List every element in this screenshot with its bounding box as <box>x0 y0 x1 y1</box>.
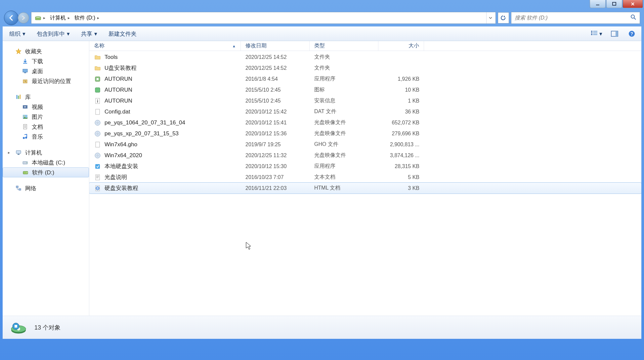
file-row[interactable]: AUTORUN2016/1/8 4:54应用程序1,926 KB <box>89 73 641 84</box>
column-size-label: 大小 <box>408 42 419 49</box>
toolbar-preview-pane[interactable] <box>610 29 620 39</box>
toolbar-include-library[interactable]: 包含到库中 ▾ <box>35 29 72 39</box>
maximize-button[interactable] <box>606 0 622 8</box>
forward-button[interactable] <box>18 12 29 23</box>
chevron-down-icon: ▾ <box>22 30 25 37</box>
file-date: 2020/10/12 15:41 <box>241 120 310 126</box>
drive-c-icon <box>22 159 28 166</box>
status-text: 13 个对象 <box>34 324 61 332</box>
nav-item-music[interactable]: 音乐 <box>3 132 89 142</box>
nav-network: 网络 <box>3 182 89 198</box>
toolbar-help[interactable]: ? <box>627 29 637 39</box>
toolbar-share[interactable]: 共享 ▾ <box>79 29 99 39</box>
file-row[interactable]: AUTORUN2015/5/10 2:45图标10 KB <box>89 84 641 95</box>
nav-libraries-header[interactable]: 库 <box>3 92 89 102</box>
column-type[interactable]: 类型 <box>310 41 378 51</box>
chevron-down-icon: ▾ <box>94 30 97 37</box>
titlebar <box>0 0 644 9</box>
file-name: AUTORUN <box>105 87 132 93</box>
file-row[interactable]: Tools2020/12/25 14:52文件夹 <box>89 52 641 63</box>
expand-arrow-icon[interactable]: ▸ <box>8 150 10 155</box>
nav-item-label: 音乐 <box>32 133 43 141</box>
svg-rect-17 <box>24 72 26 73</box>
column-size[interactable]: 大小 <box>378 41 424 51</box>
file-rows: Tools2020/12/25 14:52文件夹U盘安装教程2020/12/25… <box>89 51 641 194</box>
nav-item-recent[interactable]: 最近访问的位置 <box>3 76 89 86</box>
nav-item-video[interactable]: 视频 <box>3 102 89 112</box>
file-row[interactable]: Win7x64_20202020/12/25 11:32光盘映像文件3,874,… <box>89 150 641 161</box>
nav-item-label: 下载 <box>32 58 43 65</box>
nav-favorites-header[interactable]: 收藏夹 <box>3 46 89 56</box>
svg-rect-27 <box>24 126 26 127</box>
file-type: 文件夹 <box>310 54 378 61</box>
file-date: 2016/10/23 7:07 <box>241 174 310 180</box>
svg-point-30 <box>25 137 27 139</box>
toolbar-share-label: 共享 <box>81 30 92 38</box>
file-name: Win7x64.gho <box>105 141 137 148</box>
file-row[interactable]: 本地硬盘安装2020/10/12 15:30应用程序28,315 KB <box>89 161 641 172</box>
file-row[interactable]: pe_yqs_xp_20_07_31_15_532020/10/12 15:36… <box>89 128 641 139</box>
search-input[interactable] <box>515 15 630 21</box>
file-type: 文件夹 <box>310 65 378 71</box>
nav-item-desktop[interactable]: 桌面 <box>3 66 89 76</box>
nav-item-drive-c[interactable]: 本地磁盘 (C:) <box>3 158 89 167</box>
file-row[interactable]: AUTORUN2015/5/10 2:45安装信息1 KB <box>89 95 641 106</box>
toolbar-organize[interactable]: 组织 ▾ <box>7 29 27 39</box>
column-name[interactable]: 名称 ▲ <box>89 41 241 51</box>
toolbar-view[interactable]: ▾ <box>591 30 602 38</box>
search-icon <box>630 14 636 22</box>
svg-rect-56 <box>96 177 99 177</box>
crumb-computer[interactable]: 计算机 ▸ <box>48 12 72 23</box>
file-name: 光盘说明 <box>105 173 127 181</box>
column-date[interactable]: 修改日期 <box>241 41 310 51</box>
file-row[interactable]: U盘安装教程2020/12/25 14:52文件夹 <box>89 63 641 73</box>
file-icon <box>94 141 101 148</box>
sort-asc-icon: ▲ <box>232 44 236 48</box>
address-dropdown[interactable] <box>486 12 494 23</box>
toolbar-new-folder[interactable]: 新建文件夹 <box>107 29 139 39</box>
back-button[interactable] <box>4 11 19 25</box>
toolbar-newfolder-label: 新建文件夹 <box>108 30 137 38</box>
content-area: 收藏夹 下载桌面最近访问的位置 库 视频图片文档音乐 ▸ 计算机 本地磁盘 (C… <box>3 41 641 316</box>
file-list-pane: 名称 ▲ 修改日期 类型 大小 Tools2020/12/25 14:52文件夹… <box>89 41 641 316</box>
file-date: 2020/10/12 15:30 <box>241 163 310 169</box>
file-date: 2019/9/7 19:25 <box>241 142 310 148</box>
file-row[interactable]: 光盘说明2016/10/23 7:07文本文档5 KB <box>89 172 641 183</box>
minimize-button[interactable] <box>590 0 606 8</box>
svg-point-52 <box>97 155 98 156</box>
file-date: 2020/12/25 11:32 <box>241 153 310 158</box>
crumb-drive-icon[interactable]: ▸ <box>33 12 47 23</box>
address-bar[interactable]: ▸ 计算机 ▸ 软件 (D:) ▸ <box>31 12 496 24</box>
svg-point-47 <box>97 122 98 123</box>
file-row[interactable]: Win7x64.gho2019/9/7 19:25GHO 文件2,900,813… <box>89 139 641 150</box>
file-name: Win7x64_2020 <box>105 152 142 159</box>
svg-point-24 <box>24 116 25 117</box>
file-row[interactable]: 硬盘安装教程2016/11/21 22:03HTML 文档3 KB <box>89 183 641 194</box>
search-box[interactable] <box>511 12 640 24</box>
svg-rect-0 <box>596 5 599 5</box>
refresh-button[interactable] <box>498 12 509 23</box>
html-icon <box>94 185 101 192</box>
svg-rect-41 <box>95 88 100 92</box>
file-size: 2,900,813 ... <box>378 142 424 148</box>
svg-point-4 <box>631 15 634 18</box>
nav-item-picture[interactable]: 图片 <box>3 112 89 122</box>
status-bar: 13 个对象 <box>3 316 641 339</box>
file-date: 2020/10/12 15:36 <box>241 131 310 137</box>
nav-computer-header[interactable]: ▸ 计算机 <box>3 148 89 158</box>
nav-network-header[interactable]: 网络 <box>3 183 89 193</box>
close-button[interactable] <box>623 0 643 8</box>
nav-item-drive-d[interactable]: 软件 (D:) <box>3 167 89 177</box>
svg-point-43 <box>97 99 98 100</box>
svg-rect-55 <box>96 176 99 176</box>
drive-icon <box>35 15 41 21</box>
file-row[interactable]: pe_yqs_1064_20_07_31_16_042020/10/12 15:… <box>89 117 641 128</box>
nav-libraries: 库 视频图片文档音乐 <box>3 91 89 146</box>
computer-icon <box>15 149 22 156</box>
crumb-drive[interactable]: 软件 (D:) ▸ <box>72 12 101 23</box>
file-row[interactable]: Config.dat2020/10/12 15:42DAT 文件36 KB <box>89 106 641 117</box>
window-controls <box>590 0 643 8</box>
nav-item-download[interactable]: 下载 <box>3 56 89 66</box>
nav-item-doc[interactable]: 文档 <box>3 122 89 132</box>
file-size: 279,696 KB <box>378 131 424 137</box>
